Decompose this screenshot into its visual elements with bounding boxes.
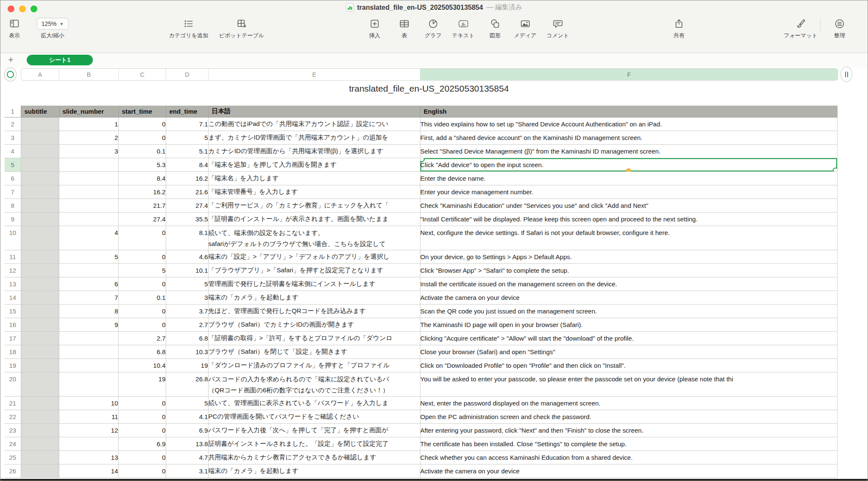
cell-C16[interactable]: 0 [118,318,166,331]
format-button[interactable]: フォーマット [784,17,818,39]
cell-E14[interactable]: 端末の「カメラ」を起動します [208,291,420,304]
cell-A25[interactable] [21,450,59,464]
cell-B8[interactable] [59,199,118,212]
row-number-11[interactable]: 11 [5,250,21,263]
cell-B4[interactable]: 3 [59,144,118,158]
cell-D24[interactable]: 13.8 [166,437,208,450]
pivot-table-button[interactable]: ピボットテーブル [219,17,264,39]
chart-button[interactable]: グラフ [425,17,442,39]
row-number-7[interactable]: 7 [5,185,21,199]
cell-F16[interactable]: The Kaminashi ID page will open in your … [420,318,837,331]
cell-E22[interactable]: PCの管理画面を開いてパスワードをご確認ください [208,410,420,423]
cell-D10[interactable]: 8.1 [166,226,208,250]
row-number-5[interactable]: 5 [5,158,21,171]
cell-F23[interactable]: After entering your password, click "Nex… [420,423,837,437]
cell-B18[interactable] [59,345,118,358]
cell-B22[interactable]: 11 [59,410,118,423]
cell-E8[interactable]: 「ご利用サービス」の「カミナシ教育」にチェックを入れて「 [208,199,420,212]
cell-E3[interactable]: まず、カミナシID管理画面で「共用端末アカウント」の追加を [208,131,420,144]
row-number-2[interactable]: 2 [5,117,21,131]
row-number-26[interactable]: 26 [5,464,21,478]
shape-button[interactable]: 図形 [490,17,501,39]
table-corner-handle[interactable] [4,67,17,81]
header-cell-slide_number[interactable]: slide_number [59,106,118,117]
cell-C19[interactable]: 10.4 [118,358,166,372]
row-number-8[interactable]: 8 [5,199,21,212]
cell-F25[interactable]: Check whether you can access Kaminashi E… [420,450,837,464]
cell-E16[interactable]: ブラウザ（Safari）でカミナシIDの画面が開きます [208,318,420,331]
cell-C10[interactable]: 0 [118,226,166,250]
column-header-F[interactable]: F [420,69,837,80]
cell-C15[interactable]: 0 [118,304,166,318]
cell-E12[interactable]: 「ブラウザアプリ」>「Safari」を押すと設定完了となります [208,263,420,277]
cell-E24[interactable]: 証明書がインストールされました。「設定」を閉じて設定完了 [208,437,420,450]
cell-C14[interactable]: 0.1 [118,291,166,304]
cell-D3[interactable]: 5 [166,131,208,144]
cell-D26[interactable]: 3.1 [166,464,208,478]
column-header-E[interactable]: E [209,69,420,80]
cell-F15[interactable]: Scan the QR code you just issued on the … [420,304,837,318]
share-button[interactable]: 共有 [673,17,684,39]
cell-D6[interactable]: 16.2 [166,171,208,185]
cell-F5[interactable]: Click "Add device" to open the input scr… [420,158,837,171]
cell-A19[interactable] [21,358,59,372]
cell-E20[interactable]: パスコードの入力を求められるので「端末に設定されているパ（QRコード画面の6桁の… [208,372,420,396]
row-number-12[interactable]: 12 [5,263,21,277]
cell-C21[interactable]: 0 [118,396,166,410]
cell-D9[interactable]: 35.5 [166,212,208,226]
cell-D4[interactable]: 5.1 [166,144,208,158]
cell-D17[interactable]: 6.8 [166,331,208,345]
cell-C3[interactable]: 0 [118,131,166,144]
cell-E7[interactable]: 「端末管理番号」を入力します [208,185,420,199]
cell-E26[interactable]: 端末の「カメラ」を起動します [208,464,420,478]
cell-A7[interactable] [21,185,59,199]
cell-B9[interactable] [59,212,118,226]
cell-F18[interactable]: Close your browser (Safari) and open "Se… [420,345,837,358]
cell-A11[interactable] [21,250,59,263]
cell-E9[interactable]: 「証明書のインストール」が表示されます。画面を開いたまま [208,212,420,226]
zoom-level-button[interactable]: 125% ▼ [37,18,69,30]
row-number-24[interactable]: 24 [5,437,21,450]
cell-F6[interactable]: Enter the device name. [420,171,837,185]
cell-C13[interactable]: 0 [118,277,166,291]
cell-F2[interactable]: This video explains how to set up "Share… [420,117,837,131]
cell-D18[interactable]: 10.3 [166,345,208,358]
row-number-18[interactable]: 18 [5,345,21,358]
cell-A12[interactable] [21,263,59,277]
cell-F22[interactable]: Open the PC administration screen and ch… [420,410,837,423]
row-number-15[interactable]: 15 [5,304,21,318]
cell-C26[interactable]: 0 [118,464,166,478]
cell-D14[interactable]: 3 [166,291,208,304]
cell-B2[interactable]: 1 [59,117,118,131]
cell-D23[interactable]: 6.9 [166,423,208,437]
cell-F17[interactable]: Clicking "Acquire certificate" > "Allow"… [420,331,837,345]
column-header-B[interactable]: B [59,69,119,80]
selection-handle-top-left[interactable] [420,158,425,162]
cell-A16[interactable] [21,318,59,331]
cell-F4[interactable]: Select "Shared Device Management (β)" fr… [420,144,837,158]
selection-fill-handle[interactable] [626,168,631,172]
zoom-control[interactable]: 125% ▼ 拡大/縮小 [37,17,69,39]
cell-A3[interactable] [21,131,59,144]
cell-D5[interactable]: 8.4 [166,158,208,171]
cell-B24[interactable] [59,437,118,450]
add-category-button[interactable]: カテゴリを追加 [169,17,209,39]
cell-B26[interactable]: 14 [59,464,118,478]
minimize-button[interactable] [19,6,26,12]
cell-D7[interactable]: 21.6 [166,185,208,199]
cell-E6[interactable]: 「端末名」を入力します [208,171,420,185]
cell-C7[interactable]: 16.2 [118,185,166,199]
column-header-C[interactable]: C [119,69,166,80]
cell-E19[interactable]: 「ダウンロード済みのプロファイル」を押すと「プロファイル [208,358,420,372]
header-cell-subtitle[interactable]: subtitle [21,106,59,117]
cell-E4[interactable]: カミナシIDの管理画面から「共用端末管理(β)」を選択します [208,144,420,158]
cell-F19[interactable]: Click on "Downloaded Profile" to open "P… [420,358,837,372]
close-button[interactable] [8,6,14,12]
row-number-1[interactable]: 1 [5,106,21,117]
cell-D19[interactable]: 19 [166,358,208,372]
row-number-22[interactable]: 22 [5,410,21,423]
cell-C17[interactable]: 2.7 [118,331,166,345]
cell-C9[interactable]: 27.4 [118,212,166,226]
cell-C22[interactable]: 0 [118,410,166,423]
cell-F10[interactable]: Next, configure the device settings. If … [420,226,837,250]
